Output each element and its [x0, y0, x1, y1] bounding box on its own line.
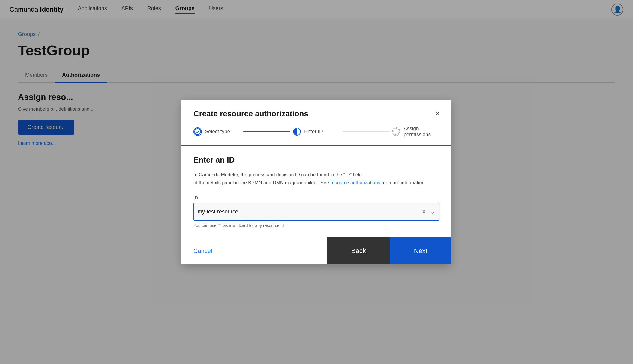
- step-3-icon: [392, 127, 400, 136]
- step-3-label: Assign permissions: [404, 126, 440, 138]
- modal: Create resource authorizations × Select …: [182, 100, 452, 264]
- modal-header: Create resource authorizations ×: [182, 100, 452, 126]
- stepper: Select type: [182, 126, 452, 146]
- step-2-icon: [293, 127, 301, 136]
- step-2-label: Enter ID: [304, 129, 323, 135]
- step-divider-1: [243, 131, 291, 132]
- footer-actions: Back Next: [327, 237, 452, 264]
- modal-close-button[interactable]: ×: [435, 110, 440, 117]
- modal-section-title: Enter an ID: [194, 155, 440, 165]
- modal-title: Create resource authorizations: [194, 109, 308, 118]
- input-clear-button[interactable]: ✕: [422, 208, 427, 215]
- input-actions: ✕ ⌄: [422, 208, 435, 215]
- id-input-wrap: ✕ ⌄: [194, 203, 440, 221]
- back-button[interactable]: Back: [327, 237, 390, 264]
- modal-body: Enter an ID In Camunda Modeler, the proc…: [182, 146, 452, 237]
- svg-point-7: [393, 129, 400, 135]
- id-field-label: ID: [194, 195, 440, 200]
- cancel-button[interactable]: Cancel: [194, 248, 212, 255]
- modal-description: In Camunda Modeler, the process and deci…: [194, 171, 440, 187]
- next-button[interactable]: Next: [390, 237, 452, 264]
- field-hint: You can use "*" as a wildcard for any re…: [194, 223, 440, 228]
- input-caret-button[interactable]: ⌄: [430, 208, 435, 215]
- step-1-label: Select type: [205, 129, 230, 135]
- step-select-type: Select type: [194, 127, 241, 136]
- svg-point-0: [195, 129, 201, 135]
- id-input[interactable]: [198, 209, 422, 215]
- step-assign-permissions: Assign permissions: [392, 126, 440, 138]
- step-divider-2: [343, 131, 390, 132]
- footer-cancel-area: Cancel: [182, 238, 327, 264]
- modal-footer: Cancel Back Next: [182, 237, 452, 264]
- modal-overlay: Create resource authorizations × Select …: [0, 0, 633, 364]
- step-1-icon: [194, 127, 202, 136]
- step-enter-id: Enter ID: [293, 127, 340, 136]
- resource-auth-link[interactable]: resource authorizations: [330, 180, 380, 185]
